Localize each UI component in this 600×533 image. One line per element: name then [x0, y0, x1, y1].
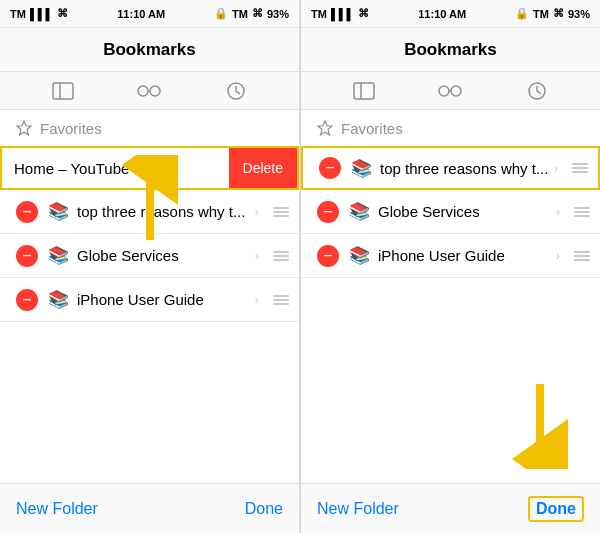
tab-bar-right	[301, 72, 600, 110]
drag-handle-globe-right[interactable]	[564, 207, 600, 217]
carrier2-right: TM	[533, 8, 549, 20]
minus-btn-iphone-guide-right[interactable]: −	[317, 245, 339, 267]
battery-right: 93%	[568, 8, 590, 20]
svg-marker-15	[318, 121, 332, 135]
chevron-icon-top-three: ›	[255, 204, 259, 219]
bookmark-text-iphone-guide: iPhone User Guide	[77, 291, 255, 308]
bookmark-item-top-three-right[interactable]: − 📚 top three reasons why t... ›	[301, 146, 600, 190]
time-right: 11:10 AM	[418, 8, 466, 20]
status-right-right: 🔒 TM ⌘ 93%	[515, 7, 590, 20]
tab-reading-left[interactable]	[119, 84, 179, 98]
book-icon-globe-right: 📚	[349, 201, 370, 222]
status-left-right: TM ▌▌▌ ⌘	[311, 7, 369, 20]
signal-icon: ▌▌▌	[30, 8, 53, 20]
bookmark-item-home-youtube[interactable]: Home – YouTube › Delete	[0, 146, 299, 190]
bookmark-list-left: Home – YouTube › Delete − 📚 top three re…	[0, 146, 299, 483]
carrier-left: TM	[10, 8, 26, 20]
wifi-icon: ⌘	[57, 7, 68, 20]
tab-bookmarks-right[interactable]	[334, 82, 394, 100]
bookmark-item-globe[interactable]: − 📚 Globe Services ›	[0, 234, 299, 278]
drag-handle-top-three[interactable]	[263, 207, 299, 217]
tab-bookmarks-left[interactable]	[33, 82, 93, 100]
svg-point-2	[138, 86, 148, 96]
drag-handle-iphone-guide-right[interactable]	[564, 251, 600, 261]
minus-btn-globe[interactable]: −	[16, 245, 38, 267]
nav-header-right: Bookmarks	[301, 28, 600, 72]
section-label-right: Favorites	[341, 120, 403, 137]
section-label-left: Favorites	[40, 120, 102, 137]
battery-left: 93%	[267, 8, 289, 20]
nav-title-right: Bookmarks	[404, 40, 497, 60]
new-folder-btn-left[interactable]: New Folder	[16, 500, 98, 518]
new-folder-btn-right[interactable]: New Folder	[317, 500, 399, 518]
signal-icon-right: ▌▌▌	[331, 8, 354, 20]
drag-handle-top-three-right[interactable]	[562, 163, 598, 173]
bookmark-text-globe: Globe Services	[77, 247, 255, 264]
chevron-icon-iphone-guide-right: ›	[556, 248, 560, 263]
footer-bar-right: New Folder Done	[301, 483, 600, 533]
bookmark-text-top-three-right: top three reasons why t...	[380, 160, 554, 177]
svg-point-11	[439, 86, 449, 96]
section-header-left: Favorites	[0, 110, 299, 146]
right-panel: TM ▌▌▌ ⌘ 11:10 AM 🔒 TM ⌘ 93% Bookmarks	[300, 0, 600, 533]
bookmark-item-iphone-guide-right[interactable]: − 📚 iPhone User Guide ›	[301, 234, 600, 278]
book-icon-top-three: 📚	[48, 201, 69, 222]
bookmark-text-iphone-guide-right: iPhone User Guide	[378, 247, 556, 264]
star-icon-right	[317, 120, 333, 136]
status-bar-left: TM ▌▌▌ ⌘ 11:10 AM 🔒 TM ⌘ 93%	[0, 0, 299, 28]
chevron-icon-globe-right: ›	[556, 204, 560, 219]
wifi2-icon: ⌘	[252, 7, 263, 20]
left-panel: TM ▌▌▌ ⌘ 11:10 AM 🔒 TM ⌘ 93% Bookmarks	[0, 0, 300, 533]
minus-btn-top-three-right[interactable]: −	[319, 157, 341, 179]
done-btn-left[interactable]: Done	[245, 500, 283, 518]
svg-point-12	[451, 86, 461, 96]
book-icon-top-three-right: 📚	[351, 158, 372, 179]
drag-handle-globe[interactable]	[263, 251, 299, 261]
lock-icon-right: 🔒	[515, 7, 529, 20]
chevron-icon-iphone-guide: ›	[255, 292, 259, 307]
tab-reading-right[interactable]	[420, 84, 480, 98]
wifi2-icon-right: ⌘	[553, 7, 564, 20]
bookmark-item-top-three[interactable]: − 📚 top three reasons why t... ›	[0, 190, 299, 234]
carrier-right: TM	[311, 8, 327, 20]
minus-btn-iphone-guide[interactable]: −	[16, 289, 38, 311]
status-bar-right: TM ▌▌▌ ⌘ 11:10 AM 🔒 TM ⌘ 93%	[301, 0, 600, 28]
nav-header-left: Bookmarks	[0, 28, 299, 72]
book-icon-globe: 📚	[48, 245, 69, 266]
wifi-icon-right: ⌘	[358, 7, 369, 20]
bookmark-item-globe-right[interactable]: − 📚 Globe Services ›	[301, 190, 600, 234]
status-left: TM ▌▌▌ ⌘	[10, 7, 68, 20]
tab-bar-left	[0, 72, 299, 110]
bookmark-text-globe-right: Globe Services	[378, 203, 556, 220]
bookmark-list-right: − 📚 top three reasons why t... › − 📚 Glo…	[301, 146, 600, 483]
delete-button-home[interactable]: Delete	[229, 148, 297, 188]
svg-rect-0	[53, 83, 73, 99]
svg-point-3	[150, 86, 160, 96]
done-btn-right[interactable]: Done	[528, 496, 584, 522]
bookmark-text-home-youtube: Home – YouTube	[14, 160, 253, 177]
chevron-icon-globe: ›	[255, 248, 259, 263]
bookmark-item-iphone-guide[interactable]: − 📚 iPhone User Guide ›	[0, 278, 299, 322]
drag-handle-iphone-guide[interactable]	[263, 295, 299, 305]
book-icon-iphone-guide: 📚	[48, 289, 69, 310]
svg-marker-6	[17, 121, 31, 135]
footer-bar-left: New Folder Done	[0, 483, 299, 533]
carrier2-left: TM	[232, 8, 248, 20]
minus-btn-top-three[interactable]: −	[16, 201, 38, 223]
section-header-right: Favorites	[301, 110, 600, 146]
status-right-left: 🔒 TM ⌘ 93%	[214, 7, 289, 20]
book-icon-iphone-guide-right: 📚	[349, 245, 370, 266]
chevron-icon-top-three-right: ›	[554, 161, 558, 176]
svg-rect-9	[354, 83, 374, 99]
nav-title-left: Bookmarks	[103, 40, 196, 60]
tab-history-left[interactable]	[206, 82, 266, 100]
minus-btn-globe-right[interactable]: −	[317, 201, 339, 223]
bookmark-text-top-three: top three reasons why t...	[77, 203, 255, 220]
lock-icon: 🔒	[214, 7, 228, 20]
star-icon-left	[16, 120, 32, 136]
tab-history-right[interactable]	[507, 82, 567, 100]
time-left: 11:10 AM	[117, 8, 165, 20]
